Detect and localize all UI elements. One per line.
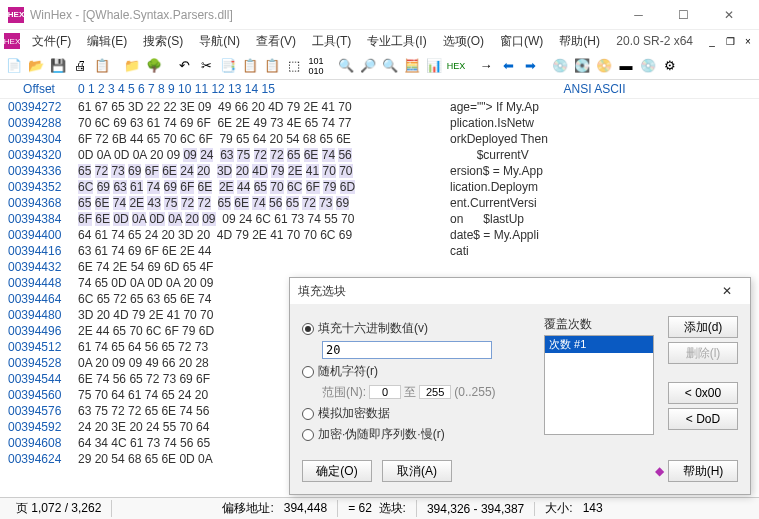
find-icon[interactable]: 🔍 [336, 56, 356, 76]
radio-icon[interactable] [302, 429, 314, 441]
ascii-cell[interactable]: cati [430, 243, 469, 259]
save-icon[interactable]: 💾 [48, 56, 68, 76]
mdi-max-icon[interactable]: ❐ [723, 34, 737, 48]
range-from[interactable] [369, 385, 401, 399]
folder-icon[interactable]: 📁 [122, 56, 142, 76]
hex-cell[interactable]: 6E 74 2E 54 69 6D 65 4F [78, 259, 430, 275]
menu-help[interactable]: 帮助(H) [551, 31, 608, 52]
goto-icon[interactable]: → [476, 56, 496, 76]
ascii-cell[interactable]: ersion$ = My.App [430, 163, 543, 179]
ascii-cell[interactable]: age=""> If My.Ap [430, 99, 539, 115]
menu-search[interactable]: 搜索(S) [135, 31, 191, 52]
menu-opts[interactable]: 选项(O) [435, 31, 492, 52]
calc-icon[interactable]: 🧮 [402, 56, 422, 76]
paste1-icon[interactable]: 📋 [240, 56, 260, 76]
menu-nav[interactable]: 导航(N) [191, 31, 248, 52]
offset-cell: 00394464 [0, 291, 78, 307]
add-button[interactable]: 添加(d) [668, 316, 738, 338]
menu-view[interactable]: 查看(V) [248, 31, 304, 52]
minimize-button[interactable]: ─ [616, 1, 661, 29]
hex-icon[interactable]: HEX [446, 56, 466, 76]
opt-enc[interactable]: 加密·伪随即序列数·慢(r) [302, 426, 530, 443]
disk4-icon[interactable]: 💿 [638, 56, 658, 76]
ascii-cell[interactable]: $currentV [430, 147, 529, 163]
ascii-cell[interactable]: ent.CurrentVersi [430, 195, 537, 211]
fwd-icon[interactable]: ➡ [520, 56, 540, 76]
menu-win[interactable]: 窗口(W) [492, 31, 551, 52]
menu-edit[interactable]: 编辑(E) [79, 31, 135, 52]
ascii-cell[interactable]: orkDeployed Then [430, 131, 548, 147]
ascii-cell[interactable] [430, 259, 450, 275]
print-icon[interactable]: 🖨 [70, 56, 90, 76]
hex-row[interactable]: 0039441663 61 74 69 6F 6E 2E 44 cati [0, 243, 759, 259]
mdi-close-icon[interactable]: × [741, 34, 755, 48]
paste2-icon[interactable]: 📋 [262, 56, 282, 76]
opt-rand[interactable]: 随机字符(r) [302, 363, 530, 380]
hex-cell[interactable]: 70 6C 69 63 61 74 69 6F 6E 2E 49 73 4E 6… [78, 115, 430, 131]
zero-button[interactable]: < 0x00 [668, 382, 738, 404]
hex-row[interactable]: 003943200D 0A 0D 0A 20 09 09 24 63 75 72… [0, 147, 759, 163]
copy-icon[interactable]: 📑 [218, 56, 238, 76]
hex-cell[interactable]: 61 67 65 3D 22 22 3E 09 49 66 20 4D 79 2… [78, 99, 430, 115]
hex-row[interactable]: 0039428870 6C 69 63 61 74 69 6F 6E 2E 49… [0, 115, 759, 131]
range-to[interactable] [419, 385, 451, 399]
findhex-icon[interactable]: 🔎 [358, 56, 378, 76]
cut-icon[interactable]: ✂ [196, 56, 216, 76]
hex-row[interactable]: 0039440064 61 74 65 24 20 3D 20 4D 79 2E… [0, 227, 759, 243]
hex-row[interactable]: 003943046F 72 6B 44 65 70 6C 6F 79 65 64… [0, 131, 759, 147]
menu-tools[interactable]: 工具(T) [304, 31, 359, 52]
menu-file[interactable]: 文件(F) [24, 31, 79, 52]
findtext-icon[interactable]: 🔍 [380, 56, 400, 76]
hex-cell[interactable]: 65 72 73 69 6F 6E 24 20 3D 20 4D 79 2E 4… [78, 163, 430, 179]
ok-button[interactable]: 确定(O) [302, 460, 372, 482]
back-icon[interactable]: ⬅ [498, 56, 518, 76]
ascii-cell[interactable]: on $lastUp [430, 211, 524, 227]
opt-sim[interactable]: 模拟加密数据 [302, 405, 530, 422]
copyhex-icon[interactable]: ⬚ [284, 56, 304, 76]
help-button[interactable]: 帮助(H) [668, 460, 738, 482]
hex-row[interactable]: 003943526C 69 63 61 74 69 6F 6E 2E 44 65… [0, 179, 759, 195]
new-icon[interactable]: 📄 [4, 56, 24, 76]
open-icon[interactable]: 📂 [26, 56, 46, 76]
opt-hex[interactable]: 填充十六进制数值(v) [302, 320, 530, 337]
hex-cell[interactable]: 63 61 74 69 6F 6E 2E 44 [78, 243, 430, 259]
dialog-close-icon[interactable]: ✕ [712, 284, 742, 298]
disk1-icon[interactable]: 💿 [550, 56, 570, 76]
hex-row[interactable]: 003943846F 6E 0D 0A 0D 0A 20 09 09 24 6C… [0, 211, 759, 227]
mdi-min-icon[interactable]: _ [705, 34, 719, 48]
props-icon[interactable]: 📋 [92, 56, 112, 76]
cancel-button[interactable]: 取消(A) [382, 460, 452, 482]
hex-cell[interactable]: 0D 0A 0D 0A 20 09 09 24 63 75 72 72 65 6… [78, 147, 430, 163]
hex-cell[interactable]: 6C 69 63 61 74 69 6F 6E 2E 44 65 70 6C 6… [78, 179, 430, 195]
analyze-icon[interactable]: 📊 [424, 56, 444, 76]
hex-cell[interactable]: 6F 6E 0D 0A 0D 0A 20 09 09 24 6C 61 73 7… [78, 211, 430, 227]
disk3-icon[interactable]: 📀 [594, 56, 614, 76]
pass-list[interactable]: 次数 #1 [544, 335, 654, 435]
ascii-cell[interactable]: lication.Deploym [430, 179, 538, 195]
hex-row[interactable]: 0039427261 67 65 3D 22 22 3E 09 49 66 20… [0, 99, 759, 115]
maximize-button[interactable]: ☐ [661, 1, 706, 29]
hex-row[interactable]: 003944326E 74 2E 54 69 6D 65 4F [0, 259, 759, 275]
undo-icon[interactable]: ↶ [174, 56, 194, 76]
hex-cell[interactable]: 65 6E 74 2E 43 75 72 72 65 6E 74 56 65 7… [78, 195, 430, 211]
disk2-icon[interactable]: 💽 [572, 56, 592, 76]
gear-icon[interactable]: ⚙ [660, 56, 680, 76]
hex-cell[interactable]: 64 61 74 65 24 20 3D 20 4D 79 2E 41 70 7… [78, 227, 430, 243]
close-button[interactable]: ✕ [706, 1, 751, 29]
hex-cell[interactable]: 6F 72 6B 44 65 70 6C 6F 79 65 64 20 54 6… [78, 131, 430, 147]
ascii-cell[interactable]: date$ = My.Appli [430, 227, 539, 243]
radio-icon[interactable] [302, 323, 314, 335]
radio-icon[interactable] [302, 408, 314, 420]
hex-row[interactable]: 0039436865 6E 74 2E 43 75 72 72 65 6E 74… [0, 195, 759, 211]
menu-pro[interactable]: 专业工具(I) [359, 31, 434, 52]
list-item[interactable]: 次数 #1 [545, 336, 653, 353]
ascii-cell[interactable]: plication.IsNetw [430, 115, 534, 131]
ram-icon[interactable]: ▬ [616, 56, 636, 76]
dod-button[interactable]: < DoD [668, 408, 738, 430]
hex-row[interactable]: 0039433665 72 73 69 6F 6E 24 20 3D 20 4D… [0, 163, 759, 179]
tree-icon[interactable]: 🌳 [144, 56, 164, 76]
hex-value-input[interactable] [322, 341, 492, 359]
radio-icon[interactable] [302, 366, 314, 378]
binary-icon[interactable]: 101010 [306, 56, 326, 76]
delete-button[interactable]: 删除(l) [668, 342, 738, 364]
